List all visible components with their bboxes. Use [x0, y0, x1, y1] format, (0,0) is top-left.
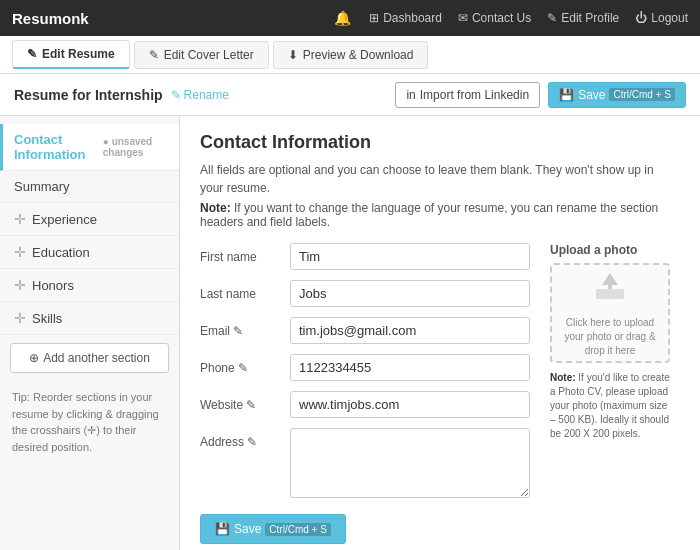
svg-rect-0 [596, 289, 624, 299]
form-area: First name Last name Email ✎ [200, 243, 680, 544]
honors-plus-icon: ✛ [14, 277, 26, 293]
last-name-row: Last name [200, 280, 530, 307]
education-label: Education [32, 245, 90, 260]
header-actions: in Import from Linkedin 💾 Save Ctrl/Cmd … [395, 82, 686, 108]
save-icon-bottom: 💾 [215, 522, 230, 536]
photo-upload-box[interactable]: Click here to upload your photo or drag … [550, 263, 670, 363]
nav-links: ⊞ Dashboard ✉ Contact Us ✎ Edit Profile … [369, 11, 688, 25]
address-input[interactable] [290, 428, 530, 498]
phone-edit-icon: ✎ [238, 361, 248, 375]
photo-section: Upload a photo Click here to upload your… [550, 243, 680, 544]
form-fields: First name Last name Email ✎ [200, 243, 530, 544]
address-edit-icon: ✎ [247, 435, 257, 449]
nav-dashboard[interactable]: ⊞ Dashboard [369, 11, 442, 25]
last-name-input[interactable] [290, 280, 530, 307]
upload-icon [592, 269, 628, 312]
photo-title: Upload a photo [550, 243, 680, 257]
website-input[interactable] [290, 391, 530, 418]
experience-label: Experience [32, 212, 97, 227]
note-bold: Note: [200, 201, 231, 215]
top-nav: Resumonk 🔔 ⊞ Dashboard ✉ Contact Us ✎ Ed… [0, 0, 700, 36]
tab-edit-resume[interactable]: ✎ Edit Resume [12, 40, 130, 69]
first-name-row: First name [200, 243, 530, 270]
sidebar: Contact Information ● unsaved changes Su… [0, 116, 180, 550]
email-input[interactable] [290, 317, 530, 344]
email-row: Email ✎ [200, 317, 530, 344]
section-note: Note: If you want to change the language… [200, 201, 680, 229]
honors-label: Honors [32, 278, 74, 293]
resume-title: Resume for Internship [14, 87, 163, 103]
save-button-header[interactable]: 💾 Save Ctrl/Cmd + S [548, 82, 686, 108]
save-shortcut-bottom: Ctrl/Cmd + S [265, 523, 331, 536]
sidebar-item-contact-information[interactable]: Contact Information ● unsaved changes [0, 124, 179, 171]
add-section-button[interactable]: ⊕ Add another section [10, 343, 169, 373]
add-section-plus-icon: ⊕ [29, 351, 39, 365]
bell-icon[interactable]: 🔔 [334, 10, 351, 26]
save-shortcut: Ctrl/Cmd + S [609, 88, 675, 101]
tab-edit-cover-letter[interactable]: ✎ Edit Cover Letter [134, 41, 269, 69]
contact-info-label: Contact Information [14, 132, 97, 162]
nav-edit-profile[interactable]: ✎ Edit Profile [547, 11, 619, 25]
section-description: All fields are optional and you can choo… [200, 161, 680, 197]
edit-resume-icon: ✎ [27, 47, 37, 61]
experience-plus-icon: ✛ [14, 211, 26, 227]
preview-download-icon: ⬇ [288, 48, 298, 62]
email-edit-icon: ✎ [233, 324, 243, 338]
nav-logout[interactable]: ⏻ Logout [635, 11, 688, 25]
address-label: Address ✎ [200, 428, 290, 449]
unsaved-badge: ● unsaved changes [103, 136, 165, 158]
rename-button[interactable]: ✎ Rename [171, 88, 229, 102]
import-linkedin-button[interactable]: in Import from Linkedin [395, 82, 540, 108]
svg-rect-2 [608, 279, 612, 289]
tab-preview-download[interactable]: ⬇ Preview & Download [273, 41, 429, 69]
main-content: Contact Information ● unsaved changes Su… [0, 116, 700, 550]
rename-icon: ✎ [171, 88, 181, 102]
education-plus-icon: ✛ [14, 244, 26, 260]
save-icon-header: 💾 [559, 88, 574, 102]
address-row: Address ✎ [200, 428, 530, 498]
skills-plus-icon: ✛ [14, 310, 26, 326]
nav-contact-us[interactable]: ✉ Contact Us [458, 11, 531, 25]
sidebar-item-experience[interactable]: ✛ Experience [0, 203, 179, 236]
photo-upload-text: Click here to upload your photo or drag … [552, 316, 668, 358]
sidebar-item-education[interactable]: ✛ Education [0, 236, 179, 269]
right-panel: Contact Information All fields are optio… [180, 116, 700, 550]
save-button-bottom[interactable]: 💾 Save Ctrl/Cmd + S [200, 514, 346, 544]
last-name-label: Last name [200, 280, 290, 301]
first-name-input[interactable] [290, 243, 530, 270]
first-name-label: First name [200, 243, 290, 264]
website-label: Website ✎ [200, 391, 290, 412]
website-edit-icon: ✎ [246, 398, 256, 412]
photo-note: Note: If you'd like to create a Photo CV… [550, 371, 670, 441]
phone-row: Phone ✎ [200, 354, 530, 381]
email-label: Email ✎ [200, 317, 290, 338]
tip-text: Tip: Reorder sections in your resume by … [0, 381, 179, 463]
summary-label: Summary [14, 179, 70, 194]
tab-bar: ✎ Edit Resume ✎ Edit Cover Letter ⬇ Prev… [0, 36, 700, 74]
sidebar-item-honors[interactable]: ✛ Honors [0, 269, 179, 302]
edit-cover-letter-icon: ✎ [149, 48, 159, 62]
phone-input[interactable] [290, 354, 530, 381]
section-title: Contact Information [200, 132, 680, 153]
linkedin-icon: in [406, 88, 415, 102]
sidebar-item-summary[interactable]: Summary [0, 171, 179, 203]
skills-label: Skills [32, 311, 62, 326]
brand-logo: Resumonk [12, 10, 89, 27]
bottom-save: 💾 Save Ctrl/Cmd + S [200, 514, 530, 544]
phone-label: Phone ✎ [200, 354, 290, 375]
header-bar: Resume for Internship ✎ Rename in Import… [0, 74, 700, 116]
photo-note-bold: Note: [550, 372, 576, 383]
website-row: Website ✎ [200, 391, 530, 418]
sidebar-item-skills[interactable]: ✛ Skills [0, 302, 179, 335]
